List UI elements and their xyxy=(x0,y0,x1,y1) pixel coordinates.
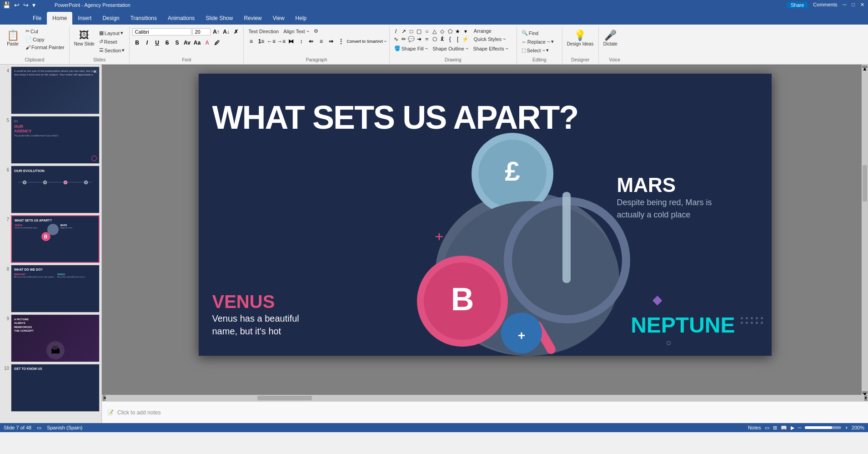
reset-button[interactable]: ↺ Reset xyxy=(97,38,127,45)
justify-button[interactable]: ⋮ xyxy=(336,37,346,46)
slide-thumb-7[interactable]: 7 WHAT SETS US APART? VENUS Venus has a … xyxy=(2,215,100,263)
minimize-button[interactable]: ─ xyxy=(843,2,847,8)
tab-file[interactable]: File xyxy=(27,12,47,25)
tab-insert[interactable]: Insert xyxy=(72,12,97,25)
italic-button[interactable]: I xyxy=(142,38,151,47)
notes-button[interactable]: Notes xyxy=(748,425,761,430)
shape-brace[interactable]: { xyxy=(447,35,454,43)
increase-font-button[interactable]: A↑ xyxy=(211,27,221,36)
convert-smartart-label[interactable]: Convert to SmartArt ~ xyxy=(346,39,386,44)
vertical-scrollbar[interactable]: ▲ ▼ xyxy=(862,65,868,395)
tab-design[interactable]: Design xyxy=(97,12,125,25)
columns-button[interactable]: ⧓ xyxy=(286,37,296,46)
close-button[interactable]: ✕ xyxy=(860,2,864,8)
shape-outline-button[interactable]: Shape Outline ~ xyxy=(431,45,470,52)
tab-help[interactable]: Help xyxy=(290,12,312,25)
main-slide[interactable]: WHAT SETS US APART? VENUS Venus has a be… xyxy=(199,74,772,356)
slide-4-close[interactable]: ✕ xyxy=(93,69,97,74)
shape-rounded-rect[interactable]: ▢ xyxy=(416,28,423,35)
zoom-slider[interactable] xyxy=(805,426,841,429)
text-shadow-button[interactable]: S xyxy=(172,38,181,47)
paste-button[interactable]: 📋 Paste xyxy=(3,27,23,49)
slide-thumb-9[interactable]: 9 A PICTUREALWAYSREINFORCESTHE CONCEPT 🏔 xyxy=(2,314,100,362)
slide-thumb-6[interactable]: 6 OUR EVOLUTION xyxy=(2,166,100,213)
increase-indent-button[interactable]: →≡ xyxy=(276,37,286,46)
replace-button[interactable]: ↔ Replace ~ ▾ xyxy=(520,38,556,45)
scroll-track[interactable] xyxy=(862,68,868,391)
zoom-in-button[interactable]: + xyxy=(845,425,848,430)
new-slide-button[interactable]: 🖼 New Slide xyxy=(72,27,96,49)
reading-view-button[interactable]: 📖 xyxy=(781,425,787,431)
align-text-button[interactable]: Align Text ~ xyxy=(281,28,311,35)
shape-block-arrow[interactable]: ➜ xyxy=(416,35,423,43)
tab-review[interactable]: Review xyxy=(238,12,267,25)
align-right-button[interactable]: ⇒ xyxy=(326,37,336,46)
select-button[interactable]: ⬚ Select ~ ▾ xyxy=(520,46,551,54)
shape-diamond[interactable]: ◇ xyxy=(439,28,446,35)
shape-line[interactable]: / xyxy=(392,28,400,35)
scroll-thumb[interactable] xyxy=(863,165,867,202)
slideshow-button[interactable]: ▶ xyxy=(791,425,794,431)
horizontal-scrollbar[interactable]: ◄ ► xyxy=(102,395,868,401)
scroll-down-arrow[interactable]: ▼ xyxy=(862,391,868,394)
font-color-button[interactable]: A xyxy=(202,38,211,47)
normal-view-button[interactable]: ▭ xyxy=(765,425,769,431)
customize-icon[interactable]: ▾ xyxy=(31,0,36,10)
section-button[interactable]: ☰ Section ▾ xyxy=(97,46,127,54)
share-button[interactable]: Share xyxy=(787,2,808,8)
slide-thumb-8[interactable]: 8 WHAT DO WE DO? MERCURY Mercury is the … xyxy=(2,265,100,313)
copy-button[interactable]: 📄 Copy xyxy=(24,35,66,43)
shape-oval[interactable]: ○ xyxy=(423,28,431,35)
notes-area[interactable]: 📝 Click to add notes xyxy=(102,401,868,423)
bold-button[interactable]: B xyxy=(132,38,141,47)
find-button[interactable]: 🔍 Find xyxy=(520,29,540,37)
tab-animations[interactable]: Animations xyxy=(162,12,200,25)
slide-sorter-button[interactable]: ⊞ xyxy=(773,425,777,431)
slide-thumb-5[interactable]: 5 01 OURAGENCY You could enter a subtitl… xyxy=(2,116,100,164)
arrange-button[interactable]: Arrange xyxy=(472,27,508,35)
shape-flowchart[interactable]: ⬡ xyxy=(431,35,438,43)
shape-curve[interactable]: ∿ xyxy=(392,35,400,43)
scroll-right-arrow[interactable]: ► xyxy=(864,395,867,401)
text-direction-button[interactable]: Text Direction xyxy=(246,28,281,35)
shape-equation[interactable]: = xyxy=(423,35,431,43)
slide-thumb-10[interactable]: 10 GET TO KNOW US xyxy=(2,364,100,412)
tab-home[interactable]: Home xyxy=(47,12,72,25)
character-spacing-button[interactable]: Av xyxy=(182,38,191,47)
shape-arrow[interactable]: ↗ xyxy=(400,28,407,35)
format-painter-button[interactable]: 🖌 Format Painter xyxy=(24,44,66,51)
shape-effects-button[interactable]: Shape Effects ~ xyxy=(471,45,510,52)
shape-freeform[interactable]: ✏ xyxy=(400,35,407,43)
numbering-button[interactable]: 1≡ xyxy=(256,37,266,46)
font-size-input[interactable] xyxy=(192,28,211,35)
shape-fill-button[interactable]: 🪣 Shape Fill ~ xyxy=(392,45,430,52)
shape-star[interactable]: ★ xyxy=(454,28,462,35)
shape-rect[interactable]: □ xyxy=(408,28,415,35)
cut-button[interactable]: ✂ Cut xyxy=(24,27,66,35)
decrease-indent-button[interactable]: ←≡ xyxy=(266,37,276,46)
change-case-button[interactable]: Aa xyxy=(192,38,201,47)
highlight-button[interactable]: 🖊 xyxy=(212,38,221,47)
redo-icon[interactable]: ↪ xyxy=(22,0,30,10)
hscroll-track[interactable] xyxy=(105,396,864,400)
notes-placeholder[interactable]: Click to add notes xyxy=(117,409,161,416)
decrease-font-button[interactable]: A↓ xyxy=(221,27,231,36)
bullets-button[interactable]: ≡ xyxy=(246,37,256,46)
hscroll-thumb[interactable] xyxy=(257,396,312,400)
slide-thumb-4[interactable]: 4 ✕ It could be the part of the presenta… xyxy=(2,66,100,114)
tab-slideshow[interactable]: Slide Show xyxy=(200,12,238,25)
shape-action[interactable]: ⚡ xyxy=(462,35,469,43)
convert-smartart-button[interactable]: ⚙ xyxy=(312,27,320,35)
dictate-button[interactable]: 🎤 Dictate xyxy=(602,27,619,49)
layout-button[interactable]: ▦ Layout ▾ xyxy=(97,29,127,37)
design-ideas-button[interactable]: 💡 Design Ideas xyxy=(565,27,595,49)
align-center-button[interactable]: ≡ xyxy=(316,37,326,46)
underline-button[interactable]: U xyxy=(152,38,161,47)
shape-callout[interactable]: 💬 xyxy=(408,35,415,43)
slide-list[interactable]: 4 ✕ It could be the part of the presenta… xyxy=(0,65,101,423)
shape-ribbon[interactable]: 🎗 xyxy=(439,35,446,43)
zoom-out-button[interactable]: ─ xyxy=(798,425,802,430)
maximize-button[interactable]: □ xyxy=(852,2,855,8)
clear-format-button[interactable]: ✗ xyxy=(231,27,241,36)
undo-icon[interactable]: ↩ xyxy=(13,0,20,10)
